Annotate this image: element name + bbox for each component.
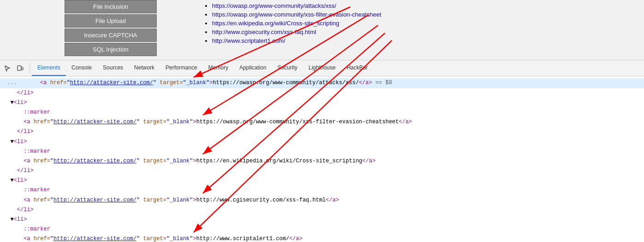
insecure-captcha-button[interactable]: Insecure CAPTCHA	[65, 29, 157, 42]
cursor-icon[interactable]	[2, 63, 13, 74]
tab-elements[interactable]: Elements	[32, 60, 66, 76]
file-inclusion-button[interactable]: File Inclusion	[65, 0, 157, 13]
link-xss[interactable]: https://owasp.org/www-community/attacks/…	[212, 2, 336, 9]
tab-hackbar[interactable]: HackBar	[341, 60, 373, 76]
devtools-tabs: Elements Console Sources Network Perform…	[32, 60, 642, 76]
tab-lighthouse[interactable]: Lighthouse	[303, 60, 341, 76]
devtools-code-panel[interactable]: ... <a href="http://attacker-site.com/" …	[0, 76, 644, 242]
code-line-2[interactable]: </li>	[0, 88, 644, 98]
ellipsis: ...	[4, 79, 20, 88]
code-line-11[interactable]: ▼<li>	[0, 176, 644, 185]
page-content: File Inclusion File Upload Insecure CAPT…	[0, 0, 644, 56]
tab-performance[interactable]: Performance	[160, 60, 203, 76]
svg-rect-0	[18, 66, 21, 70]
file-upload-button[interactable]: File Upload	[65, 14, 157, 28]
code-line-12[interactable]: ::marker	[0, 185, 644, 195]
code-line-15[interactable]: ▼<li>	[0, 215, 644, 225]
link-scriptalert[interactable]: http://www.scriptalert1.com/	[212, 37, 285, 44]
sql-injection-button[interactable]: SQL Injection	[65, 43, 157, 56]
tab-security[interactable]: Security	[272, 60, 303, 76]
tab-application[interactable]: Application	[234, 60, 272, 76]
code-line-6[interactable]: </li>	[0, 127, 644, 137]
device-icon[interactable]	[15, 63, 26, 74]
left-menu: File Inclusion File Upload Insecure CAPT…	[0, 0, 175, 56]
code-line-17[interactable]: <a href="http://attacker-site.com/" targ…	[0, 234, 644, 242]
code-line-4[interactable]: ::marker	[0, 108, 644, 117]
tab-memory[interactable]: Memory	[203, 60, 234, 76]
devtools-panel: Elements Console Sources Network Perform…	[0, 60, 644, 242]
code-line-7[interactable]: ▼<li>	[0, 137, 644, 147]
code-line-10[interactable]: </li>	[0, 166, 644, 176]
link-wikipedia[interactable]: https://en.wikipedia.org/wiki/Cross-site…	[212, 20, 339, 27]
link-xss-filter[interactable]: https://owasp.org/www-community/xss-filt…	[212, 11, 381, 18]
right-links: https://owasp.org/www-community/attacks/…	[175, 0, 644, 56]
devtools-toolbar: Elements Console Sources Network Perform…	[0, 60, 644, 76]
code-line-1[interactable]: ... <a href="http://attacker-site.com/" …	[0, 78, 644, 88]
code-line-5[interactable]: <a href="http://attacker-site.com/" targ…	[0, 117, 644, 127]
devtools-icon-group	[2, 63, 30, 74]
code-line-3[interactable]: ▼<li>	[0, 98, 644, 108]
code-line-16[interactable]: ::marker	[0, 225, 644, 234]
code-line-9[interactable]: <a href="http://attacker-site.com/" targ…	[0, 156, 644, 166]
code-line-8[interactable]: ::marker	[0, 147, 644, 156]
tab-console[interactable]: Console	[66, 60, 97, 76]
code-line-13[interactable]: <a href="http://attacker-site.com/" targ…	[0, 196, 644, 205]
link-cgisecurity[interactable]: http://www.cgisecurity.com/xss-faq.html	[212, 29, 316, 35]
code-line-14[interactable]: </li>	[0, 205, 644, 215]
tab-network[interactable]: Network	[129, 60, 160, 76]
tab-sources[interactable]: Sources	[97, 60, 129, 76]
svg-rect-1	[22, 67, 23, 70]
